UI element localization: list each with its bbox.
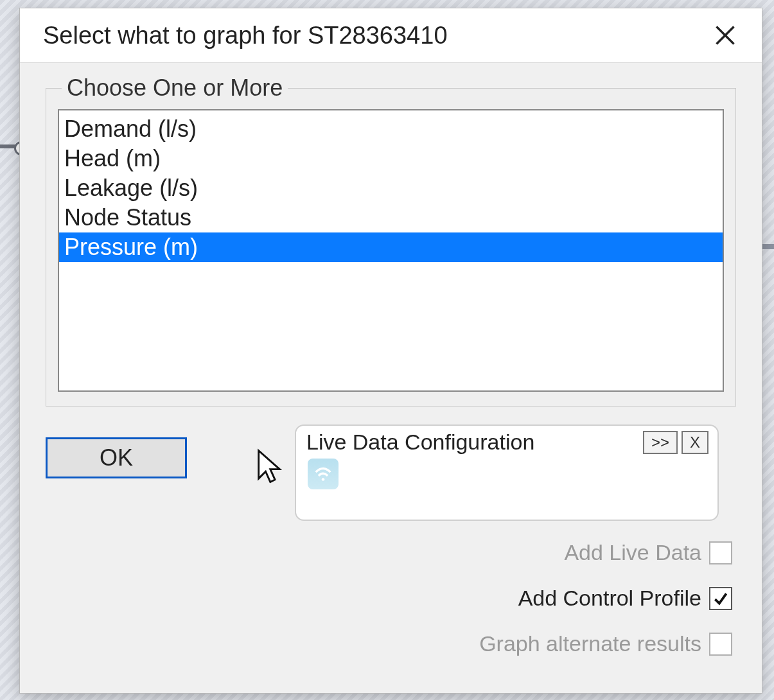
live-data-title: Live Data Configuration <box>306 430 639 455</box>
graph-alternate-results-checkbox <box>709 633 732 656</box>
expand-button[interactable]: >> <box>643 431 678 454</box>
close-button[interactable] <box>709 19 741 51</box>
background-pipe-right <box>761 244 774 249</box>
ok-button[interactable]: OK <box>46 437 187 478</box>
parameter-listbox[interactable]: Demand (l/s)Head (m)Leakage (l/s)Node St… <box>58 109 724 392</box>
ok-button-label: OK <box>100 444 133 471</box>
dialog-title: Select what to graph for ST28363410 <box>43 22 709 49</box>
live-close-button-label: X <box>690 433 700 451</box>
dialog-titlebar: Select what to graph for ST28363410 <box>20 8 762 63</box>
graph-alternate-results-label: Graph alternate results <box>479 631 701 656</box>
list-item[interactable]: Demand (l/s) <box>59 114 723 144</box>
group-legend: Choose One or More <box>62 74 288 101</box>
options-checkboxes: Add Live Data Add Control Profile Graph … <box>479 540 732 656</box>
wifi-icon <box>308 459 339 489</box>
add-live-data-row: Add Live Data <box>564 540 732 565</box>
checkmark-icon <box>712 590 729 607</box>
list-item[interactable]: Pressure (m) <box>59 232 723 262</box>
list-item[interactable]: Leakage (l/s) <box>59 173 723 203</box>
add-control-profile-checkbox[interactable] <box>709 587 732 610</box>
list-item[interactable]: Node Status <box>59 203 723 232</box>
expand-button-label: >> <box>651 433 669 451</box>
live-close-button[interactable]: X <box>682 431 708 454</box>
add-control-profile-row: Add Control Profile <box>518 586 732 611</box>
graph-selection-dialog: Select what to graph for ST28363410 Choo… <box>19 8 762 694</box>
list-item[interactable]: Head (m) <box>59 144 723 173</box>
svg-point-2 <box>322 478 325 481</box>
add-live-data-label: Add Live Data <box>564 540 701 565</box>
add-live-data-checkbox <box>709 541 732 564</box>
background-pipe-left <box>0 144 22 148</box>
add-control-profile-label: Add Control Profile <box>518 586 701 611</box>
graph-alternate-results-row: Graph alternate results <box>479 631 732 656</box>
choose-one-or-more-group: Choose One or More Demand (l/s)Head (m)L… <box>46 74 736 407</box>
live-data-configuration-panel: Live Data Configuration >> X <box>295 424 719 521</box>
close-icon <box>714 24 737 47</box>
